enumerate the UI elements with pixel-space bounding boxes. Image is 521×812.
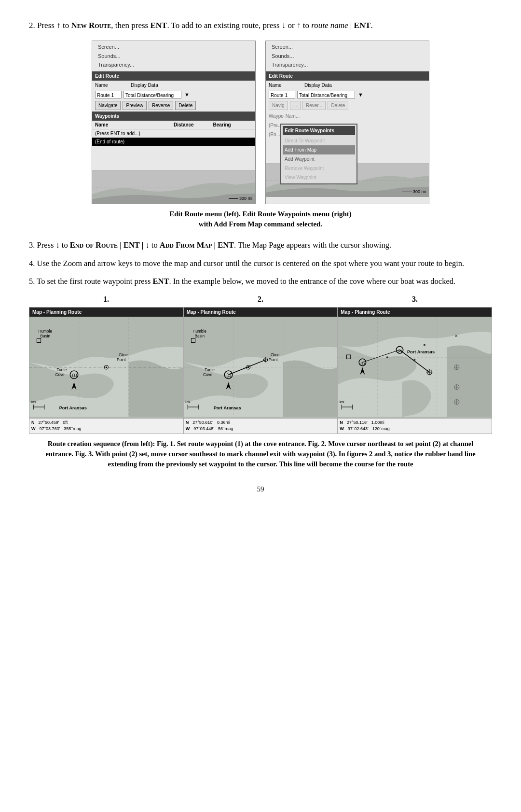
waypoint-row-1-left: (Press ENT to add...) [92,129,255,138]
right-screen: Screen... Sounds... Transparency... Edit… [265,41,429,204]
val2-2: 56°mag [218,426,233,433]
fig-label-2: 2. [258,294,263,305]
delete-btn-right[interactable]: Delete [328,101,348,110]
svg-text:1mi: 1mi [185,400,191,404]
step2-or: or [286,21,297,30]
val1-3: 1.00mi [371,420,384,426]
coord-row-bot-2: W 97°03.448' 56°mag [186,426,336,433]
empty-space-left [92,146,255,170]
map-body-1: Turtle Cove Cline Point Humble Basin Por… [29,317,183,418]
lon-value-1: 97°03.760' [40,426,60,433]
col-distance-left: Distance [174,121,213,128]
map-body-2: Turtle Cove Cline Point Humble Basin Por… [184,317,338,418]
popup-remove-waypoint[interactable]: Remove Waypoint [283,164,355,173]
svg-text:Cline: Cline [271,353,280,357]
svg-point-45 [247,366,249,368]
menu-screen-right: Screen... [269,42,426,52]
ent-step5: ENT [153,277,169,286]
navigate-btn-right[interactable]: Navig [269,101,288,110]
caption-line2: with Add From Map command selected. [199,220,322,228]
new-route-cmd: New Route [71,21,111,30]
name-display-row-right: Name Display Data [266,81,429,90]
col-bearing-left: Bearing [213,121,253,128]
lat-label-3: N [340,420,343,426]
step3-pre: 3. Press [29,240,55,250]
step2-paragraph: 2. Press to New Route, then press ENT. T… [29,19,492,32]
svg-text:3mi: 3mi [339,400,344,404]
delete-btn-left[interactable]: Delete [175,101,196,110]
popup-add-from-map[interactable]: Add From Map [283,145,355,154]
ent-key-2: ENT [354,21,370,30]
map-header-2: Map - Planning Route [184,308,338,317]
waypoint-row-2-left: (End of route) [92,138,255,146]
name-label-left: Name [95,82,114,89]
display-label-left: Display Data [131,82,158,89]
step3-to2: to [150,240,160,250]
map-footer-2: N 27°50.610' 0.36mi W 97°03.448' 56°mag [184,418,338,434]
coord-row-bot-3: W 97°02.643' 120°mag [340,426,490,433]
map-header-1: Map - Planning Route [29,308,183,317]
popup-view-waypoint[interactable]: View Waypoint [283,173,355,182]
screens-row: Screen... Sounds... Transparency... Edit… [29,41,492,204]
scale-text-right: 300 mi [413,189,426,196]
step5-pre: 5. To set the first route waypoint press [29,277,153,286]
step3-paragraph: 3. Press to End of Route | ENT | to Add … [29,239,492,252]
map-figure-2: Map - Planning Route Turtle Cove Cline P… [184,308,338,434]
svg-text:Point: Point [268,358,277,362]
popup-direct-to-waypoint[interactable]: Direct To Waypoint [283,136,355,145]
up-arrow-icon [56,21,61,30]
reverse-btn-right[interactable]: Rever... [302,101,326,110]
map-body-3: Port Aransas ✕ [338,317,492,418]
navigate-btn-left[interactable]: Navigate [95,101,121,110]
popup-add-waypoint[interactable]: Add Waypoint [283,154,355,164]
svg-text:Port Aransas: Port Aransas [213,406,241,410]
map-footer-3: N 27°50.116' 1.00mi W 97°02.643' 120°mag [338,418,492,434]
lon-label-3: W [340,426,344,433]
edit-route-bar-right: Edit Route [266,71,429,81]
svg-text:Point: Point [117,358,126,362]
popup-overlay: Edit Route Waypoints Direct To Waypoint … [280,124,357,184]
route-name-input-right[interactable]: Route 1 [269,91,295,98]
svg-text:Cove: Cove [55,373,65,377]
display-label-right: Display Data [304,82,332,89]
fig-label-3: 3. [412,294,418,305]
val1-2: 0.36mi [217,420,230,426]
lat-value-2: 27°50.610' [192,420,213,426]
button-row-left: Navigate Preview Reverse Delete [92,99,255,112]
lon-value-3: 97°02.643' [348,426,369,433]
display-dropdown-right[interactable]: Total Distance/Bearing [297,91,355,98]
ent-step3-2: ENT [218,240,234,250]
val1-1: 0ft [63,420,68,426]
svg-point-20 [106,366,107,368]
svg-text:Turtle: Turtle [57,368,67,372]
route-name-input-left[interactable]: Route 1 [95,91,122,98]
reverse-btn-left[interactable]: Reverse [149,101,173,110]
menu-sounds-left: Sounds... [95,52,252,61]
name-display-row-left: Name Display Data [92,81,255,90]
step3-to: to [60,240,70,250]
step2-text: 2. Press [29,21,56,30]
figures-caption: Route creation sequence (from left): Fig… [39,439,482,469]
figures-row: Map - Planning Route Turtle Cove [29,307,492,434]
bar3: | [212,240,218,250]
svg-text:Humble: Humble [39,329,53,334]
preview-btn-right[interactable]: ... [290,101,301,110]
lat-value-1: 27°50.459' [39,420,59,426]
bar1: | [118,240,123,250]
lon-label-2: W [186,426,190,433]
lat-label-2: N [186,420,189,426]
waypoints-bar-left: Waypoints [92,112,255,121]
screen-header-right: Screen... Sounds... Transparency... [266,41,429,71]
waypoints-header-left: Name Distance Bearing [92,121,255,129]
preview-btn-left[interactable]: Preview [123,101,147,110]
waypoints-row-right: Waypo Nam... [266,112,429,121]
svg-text:Turtle: Turtle [205,368,215,372]
menu-screen-left: Screen... [95,42,252,52]
lon-value-2: 97°03.448' [193,426,214,433]
val2-3: 120°mag [372,426,390,433]
display-dropdown-left[interactable]: Total Distance/Bearing [123,91,181,98]
map-svg-fig1: Turtle Cove Cline Point Humble Basin Por… [29,317,183,418]
svg-text:Humble: Humble [192,329,206,334]
svg-point-80 [424,344,425,346]
end-of-route-cmd: End of Route [70,240,118,250]
